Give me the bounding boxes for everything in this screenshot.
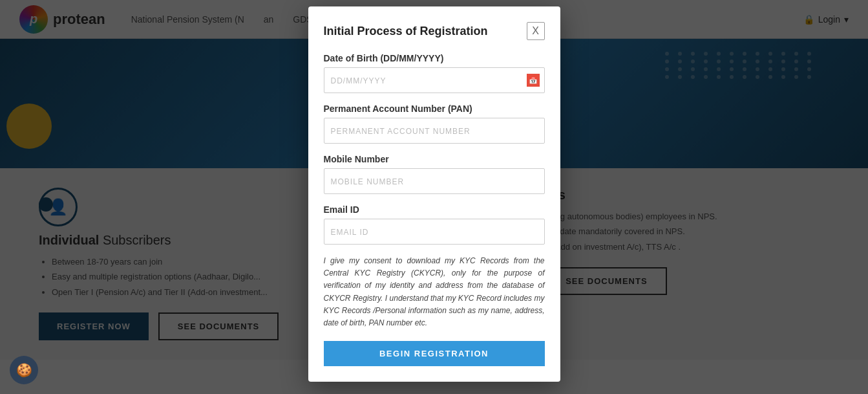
cookie-icon: 🍪 (16, 362, 32, 378)
dob-group: Date of Birth (DD/MM/YYYY) 📅 (324, 53, 545, 93)
pan-group: Permanent Account Number (PAN) (324, 104, 545, 144)
modal-title: Initial Process of Registration (324, 25, 488, 38)
dob-label: Date of Birth (DD/MM/YYYY) (324, 53, 545, 63)
mobile-group: Mobile Number (324, 154, 545, 194)
modal-overlay: Initial Process of Registration X Date o… (0, 0, 868, 394)
dob-input[interactable] (324, 67, 545, 93)
mobile-input[interactable] (324, 168, 545, 194)
registration-modal: Initial Process of Registration X Date o… (308, 6, 560, 382)
dob-wrapper: 📅 (324, 67, 545, 93)
modal-close-button[interactable]: X (527, 22, 545, 40)
calendar-icon[interactable]: 📅 (527, 74, 540, 87)
pan-label: Permanent Account Number (PAN) (324, 104, 545, 114)
consent-text: I give my consent to download my KYC Rec… (324, 255, 545, 329)
modal-header: Initial Process of Registration X (324, 22, 545, 40)
email-label: Email ID (324, 204, 545, 215)
begin-registration-button[interactable]: BEGIN REGISTRATION (324, 341, 545, 366)
mobile-label: Mobile Number (324, 154, 545, 164)
cookie-button[interactable]: 🍪 (10, 356, 38, 384)
pan-input[interactable] (324, 118, 545, 144)
email-input[interactable] (324, 219, 545, 245)
email-group: Email ID (324, 204, 545, 245)
